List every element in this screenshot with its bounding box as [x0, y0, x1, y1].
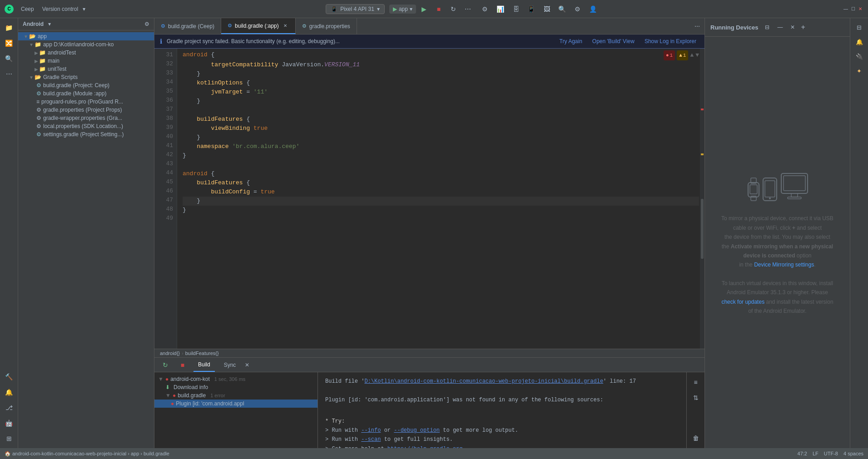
tree-item-build-gradle-project[interactable]: ⚙ build.gradle (Project: Ceep): [18, 81, 154, 89]
device-mirroring-link[interactable]: Device Mirroring settings: [754, 262, 814, 268]
maximize-button[interactable]: ☐: [850, 6, 856, 12]
menu-item-project[interactable]: Ceep: [17, 4, 38, 14]
folder-icon-androidtest: 📁: [39, 49, 46, 56]
bottom-stop-button[interactable]: ■: [176, 359, 189, 371]
status-line-ending[interactable]: LF: [813, 451, 818, 456]
account-button[interactable]: 👤: [587, 3, 600, 15]
try-again-button[interactable]: Try Again: [557, 37, 585, 45]
tree-item-gradle-scripts[interactable]: ▼ 📂 Gradle Scripts: [18, 73, 154, 81]
tree-item-androidtest[interactable]: ▶ 📁 androidTest: [18, 49, 154, 57]
build-action-clear-button[interactable]: 🗑: [689, 432, 702, 444]
device-manager-button[interactable]: 📱: [525, 3, 538, 15]
status-position[interactable]: 47:2: [798, 451, 807, 456]
tab-gradle-properties[interactable]: ⚙ gradle.properties: [296, 18, 357, 34]
scan-option-link[interactable]: --scan: [361, 436, 381, 443]
database-button[interactable]: 🗄: [510, 3, 522, 15]
build-tree-item-download[interactable]: ⬇ Download info: [154, 383, 317, 391]
panel-close-button[interactable]: ✕: [787, 22, 798, 33]
gradle-icon-1: ⚙: [36, 82, 41, 89]
sidebar-more-button[interactable]: ⋯: [2, 67, 16, 81]
settings-button[interactable]: ⚙: [571, 3, 584, 15]
build-action-filter-button[interactable]: ≡: [689, 376, 702, 389]
scroll-thumb[interactable]: [701, 199, 704, 259]
build-output-scan-line: > Run with --scan to get full insights.: [325, 435, 679, 444]
tree-item-local-props[interactable]: ⚙ local.properties (SDK Location...): [18, 122, 154, 130]
vert-notifications-button[interactable]: 🔔: [853, 35, 866, 48]
warning-count: 1: [683, 51, 686, 60]
profiler-button[interactable]: 📊: [494, 3, 507, 15]
device-selector[interactable]: 📱 Pixel 4 API 31 ▾: [326, 4, 385, 14]
more-run-options-button[interactable]: ⋯: [461, 3, 474, 15]
breadcrumb-item-1[interactable]: android{}: [160, 350, 180, 356]
tab-close-app[interactable]: ✕: [282, 22, 289, 30]
add-device-button[interactable]: +: [801, 23, 805, 31]
sidebar-android-button[interactable]: 🤖: [2, 416, 16, 430]
tree-arrow-app-path: ▼: [29, 42, 34, 47]
tree-label-unittest: unitTest: [48, 66, 66, 72]
build-tree-item-plugin[interactable]: ● Plugin [id: 'com.android.appl: [154, 400, 317, 408]
tree-item-settings-gradle[interactable]: ⚙ settings.gradle (Project Setting...): [18, 130, 154, 138]
status-indent[interactable]: 4 spaces: [843, 451, 863, 456]
tree-item-proguard[interactable]: ≡ proguard-rules.pro (ProGuard R...: [18, 98, 154, 106]
sidebar-files-button[interactable]: 📁: [2, 21, 16, 35]
build-action-sort-button[interactable]: ⇅: [689, 391, 702, 404]
fold-down-icon[interactable]: ▼: [695, 51, 699, 60]
run-tasks-button[interactable]: ⚙: [479, 3, 491, 15]
status-bar: 🏠 android-com-kotlin-comunicacao-web-pro…: [0, 448, 868, 459]
menu-item-version-control[interactable]: Version control: [39, 4, 82, 14]
sync-button[interactable]: ↻: [447, 3, 460, 15]
run-button[interactable]: ▶: [418, 3, 431, 15]
open-build-view-button[interactable]: Open 'Build' View: [590, 37, 637, 45]
stop-button[interactable]: ■: [432, 3, 445, 15]
right-panel-title: Running Devices: [710, 24, 758, 31]
search-button[interactable]: 🔍: [556, 3, 569, 15]
app-logo: C: [5, 5, 14, 14]
tree-label-app-path: app D:\Kotlin\android-com-ko: [43, 41, 114, 48]
app-selector[interactable]: ▶ app ▾: [389, 5, 416, 14]
bottom-tab-sync[interactable]: Sync: [219, 358, 241, 372]
sidebar-build-button[interactable]: 🔨: [2, 370, 16, 384]
status-encoding[interactable]: UTF-8: [824, 451, 838, 456]
file-panel: Android ▾ ⚙ ▼ 📂 app ▼ 📁 app D:\Kotlin\an…: [18, 18, 154, 448]
bottom-tabs: ↻ ■ Build Sync ✕: [154, 358, 704, 372]
breadcrumb-item-2[interactable]: buildFeatures{}: [185, 350, 219, 356]
sidebar-notifications-button[interactable]: 🔔: [2, 385, 16, 399]
bottom-tab-build[interactable]: Build: [193, 358, 215, 372]
bottom-close-button[interactable]: ✕: [245, 362, 249, 368]
vert-layout-button[interactable]: ⊟: [853, 21, 866, 34]
build-file-link[interactable]: D:\Kotlin\android-com-kotlin-comunicacao…: [364, 378, 603, 385]
bottom-rerun-button[interactable]: ↻: [159, 359, 172, 371]
tree-item-gradle-props[interactable]: ⚙ gradle.properties (Project Props): [18, 106, 154, 114]
close-button[interactable]: ✕: [857, 6, 863, 12]
tree-item-main[interactable]: ▶ 📁 main: [18, 57, 154, 65]
build-tree-item-gradle[interactable]: ▼ ● build.gradle 1 error: [154, 391, 317, 400]
debug-option-link[interactable]: --debug option: [394, 427, 440, 434]
tree-item-build-gradle-app[interactable]: ⚙ build.gradle (Module :app): [18, 89, 154, 98]
panel-layout-grid-button[interactable]: ⊟: [762, 22, 773, 33]
tab-build-gradle-app[interactable]: ⚙ build.gradle (:app) ✕: [221, 18, 296, 34]
tab-build-gradle-ceep[interactable]: ⚙ build.gradle (Ceep): [154, 18, 221, 34]
info-option-link[interactable]: --info: [361, 427, 381, 434]
right-panel-header: Running Devices ⊟ — ✕ +: [705, 18, 850, 37]
minimize-button[interactable]: —: [843, 6, 849, 12]
sidebar-terminal-button[interactable]: ⊞: [2, 432, 16, 445]
panel-minimize-button[interactable]: —: [774, 22, 785, 33]
panel-header-gear[interactable]: ⚙: [144, 21, 149, 27]
tree-item-gradle-wrapper[interactable]: ⚙ gradle-wrapper.properties (Gra...: [18, 114, 154, 122]
vert-plugin-button[interactable]: 🔌: [853, 50, 866, 63]
tree-item-app-root[interactable]: ▼ 📂 app: [18, 32, 154, 40]
fold-up-icon[interactable]: ▲: [690, 51, 694, 60]
build-tree-item-root[interactable]: ▼ ● android-com-kot 1 sec, 306 ms: [154, 375, 317, 383]
show-log-explorer-button[interactable]: Show Log in Explorer: [642, 37, 699, 45]
sidebar-search-button[interactable]: 🔍: [2, 52, 16, 65]
code-editor[interactable]: 31 32 33 34 35 36 37 38 39 40 41 42 43 4…: [154, 49, 704, 349]
sidebar-commit-button[interactable]: 🔀: [2, 36, 16, 50]
sidebar-git-button[interactable]: ⎇: [2, 401, 16, 415]
tree-item-app-path[interactable]: ▼ 📁 app D:\Kotlin\android-com-ko: [18, 40, 154, 49]
code-line-34: kotlinOptions {: [183, 79, 699, 88]
check-updates-link[interactable]: check for updates: [721, 299, 764, 305]
vert-star-button[interactable]: ✦: [853, 64, 866, 77]
tab-bar-more-button[interactable]: ⋯: [690, 23, 704, 30]
tree-item-unittest[interactable]: ▶ 📁 unitTest: [18, 65, 154, 73]
resource-manager-button[interactable]: 🖼: [541, 3, 553, 15]
